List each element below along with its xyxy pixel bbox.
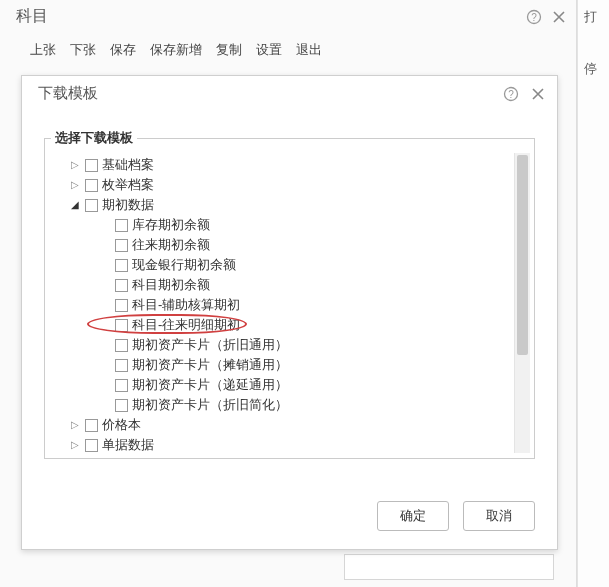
outer-title: 科目 (16, 6, 48, 27)
tree-node-label: 科目-辅助核算期初 (132, 295, 240, 315)
tree-node-label: 科目-往来明细期初 (132, 315, 240, 335)
close-icon[interactable] (531, 87, 545, 101)
ghost-box (344, 554, 554, 580)
collapse-icon[interactable]: ◢ (69, 199, 81, 211)
tree-node-label: 枚举档案 (102, 175, 154, 195)
tree-node-label: 现金银行期初余额 (132, 255, 236, 275)
toolbar-exit[interactable]: 退出 (296, 41, 322, 59)
toolbar-prev[interactable]: 上张 (30, 41, 56, 59)
toolbar-next[interactable]: 下张 (70, 41, 96, 59)
expand-icon[interactable]: ▷ (69, 419, 81, 431)
tree-node[interactable]: ◢期初数据 (57, 195, 514, 215)
tree-node-label: 期初资产卡片（折旧简化） (132, 395, 288, 415)
outer-header: 科目 ? (0, 0, 576, 33)
checkbox[interactable] (85, 179, 98, 192)
toolbar-save-new[interactable]: 保存新增 (150, 41, 202, 59)
tree-node[interactable]: ▷科目-往来明细期初 (57, 315, 514, 335)
tree-node[interactable]: ▷科目-辅助核算期初 (57, 295, 514, 315)
checkbox[interactable] (115, 359, 128, 372)
download-template-dialog: 下载模板 ? 选择下载模板 ▷基础档案▷枚举档案◢期初数据▷库存期初余额▷往来期… (21, 75, 558, 550)
tree-node[interactable]: ▷库存期初余额 (57, 215, 514, 235)
checkbox[interactable] (115, 339, 128, 352)
tree-node[interactable]: ▷往来期初余额 (57, 235, 514, 255)
tree-node[interactable]: ▷单据数据 (57, 435, 514, 453)
tree-node-label: 期初资产卡片（摊销通用） (132, 355, 288, 375)
right-strip: 打 停 (577, 0, 609, 587)
checkbox[interactable] (115, 379, 128, 392)
checkbox[interactable] (115, 319, 128, 332)
tree-node[interactable]: ▷现金银行期初余额 (57, 255, 514, 275)
dialog-footer: 确定 取消 (22, 487, 557, 549)
tree-node[interactable]: ▷期初资产卡片（摊销通用） (57, 355, 514, 375)
toolbar-save[interactable]: 保存 (110, 41, 136, 59)
right-label-2: 停 (584, 60, 597, 78)
outer-toolbar: 上张 下张 保存 保存新增 复制 设置 退出 (0, 33, 576, 67)
dialog-title: 下载模板 (38, 84, 98, 103)
expand-icon[interactable]: ▷ (69, 179, 81, 191)
tree-node[interactable]: ▷基础档案 (57, 155, 514, 175)
tree-node[interactable]: ▷期初资产卡片（折旧通用） (57, 335, 514, 355)
expand-icon[interactable]: ▷ (69, 439, 81, 451)
right-label-1: 打 (584, 8, 597, 26)
tree-node[interactable]: ▷枚举档案 (57, 175, 514, 195)
checkbox[interactable] (115, 399, 128, 412)
checkbox[interactable] (85, 419, 98, 432)
checkbox[interactable] (115, 239, 128, 252)
tree-node-label: 基础档案 (102, 155, 154, 175)
dialog-body: 选择下载模板 ▷基础档案▷枚举档案◢期初数据▷库存期初余额▷往来期初余额▷现金银… (22, 111, 557, 487)
tree-node-label: 期初资产卡片（折旧通用） (132, 335, 288, 355)
dialog-header: 下载模板 ? (22, 76, 557, 111)
ok-button[interactable]: 确定 (377, 501, 449, 531)
tree-node-label: 科目期初余额 (132, 275, 210, 295)
checkbox[interactable] (85, 199, 98, 212)
help-icon[interactable]: ? (526, 9, 542, 25)
checkbox[interactable] (115, 299, 128, 312)
checkbox[interactable] (115, 219, 128, 232)
group-legend: 选择下载模板 (51, 129, 137, 147)
toolbar-settings[interactable]: 设置 (256, 41, 282, 59)
template-tree: ▷基础档案▷枚举档案◢期初数据▷库存期初余额▷往来期初余额▷现金银行期初余额▷科… (51, 153, 514, 453)
help-icon[interactable]: ? (503, 86, 519, 102)
checkbox[interactable] (115, 259, 128, 272)
tree-node[interactable]: ▷期初资产卡片（折旧简化） (57, 395, 514, 415)
cancel-button[interactable]: 取消 (463, 501, 535, 531)
tree-node-label: 期初资产卡片（递延通用） (132, 375, 288, 395)
checkbox[interactable] (85, 439, 98, 452)
tree-node-label: 单据数据 (102, 435, 154, 453)
close-icon[interactable] (552, 10, 566, 24)
svg-text:?: ? (531, 11, 537, 22)
tree-node-label: 库存期初余额 (132, 215, 210, 235)
tree-node[interactable]: ▷科目期初余额 (57, 275, 514, 295)
svg-text:?: ? (508, 88, 514, 99)
expand-icon[interactable]: ▷ (69, 159, 81, 171)
tree-node-label: 期初数据 (102, 195, 154, 215)
tree-node-label: 价格本 (102, 415, 141, 435)
tree-node[interactable]: ▷期初资产卡片（递延通用） (57, 375, 514, 395)
toolbar-copy[interactable]: 复制 (216, 41, 242, 59)
tree-node-label: 往来期初余额 (132, 235, 210, 255)
tree-node[interactable]: ▷价格本 (57, 415, 514, 435)
checkbox[interactable] (85, 159, 98, 172)
checkbox[interactable] (115, 279, 128, 292)
scrollbar[interactable] (514, 153, 530, 453)
scrollbar-thumb[interactable] (517, 155, 528, 355)
template-group: 选择下载模板 ▷基础档案▷枚举档案◢期初数据▷库存期初余额▷往来期初余额▷现金银… (44, 129, 535, 459)
